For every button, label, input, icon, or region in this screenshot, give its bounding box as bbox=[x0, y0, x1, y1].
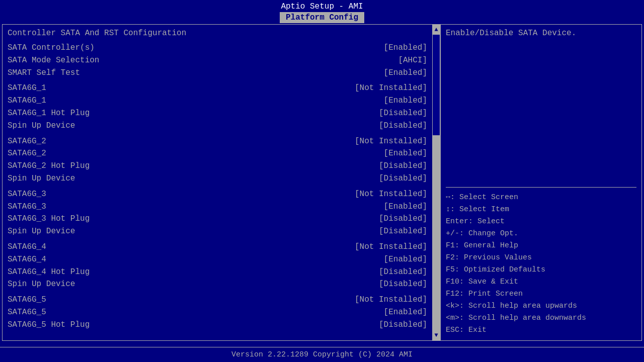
config-rows: SATA Controller(s)[Enabled]SATA Mode Sel… bbox=[8, 42, 427, 331]
table-row[interactable]: SATA6G_1[Not Installed] bbox=[8, 82, 427, 95]
table-row[interactable]: Spin Up Device[Disabled] bbox=[8, 278, 427, 291]
key-help-item: +/-: Change Opt. bbox=[446, 228, 636, 240]
key-help-item: Enter: Select bbox=[446, 216, 636, 228]
key-help-item: <k>: Scroll help area upwards bbox=[446, 300, 636, 312]
table-row[interactable]: SATA6G_3 Hot Plug[Disabled] bbox=[8, 213, 427, 225]
table-row[interactable]: SATA6G_2 Hot Plug[Disabled] bbox=[8, 160, 427, 172]
right-panel: Enable/Disable SATA Device. ↔: Select Sc… bbox=[440, 25, 641, 340]
table-row[interactable]: Spin Up Device[Disabled] bbox=[8, 172, 427, 185]
table-row[interactable]: SATA6G_5 Hot Plug[Disabled] bbox=[8, 319, 427, 331]
table-row[interactable]: SATA6G_5[Not Installed] bbox=[8, 294, 427, 306]
table-row[interactable]: SATA6G_1[Enabled] bbox=[8, 95, 427, 107]
key-help-item: F5: Optimized Defaults bbox=[446, 264, 636, 276]
table-row[interactable]: SATA Controller(s)[Enabled] bbox=[8, 42, 427, 54]
table-row[interactable]: SATA6G_3[Enabled] bbox=[8, 201, 427, 213]
scrollbar-up-arrow[interactable]: ▲ bbox=[432, 25, 440, 35]
table-row[interactable]: SATA6G_1 Hot Plug[Disabled] bbox=[8, 107, 427, 120]
key-help-item: ↔: Select Screen bbox=[446, 192, 636, 204]
table-row[interactable]: SATA6G_2[Not Installed] bbox=[8, 135, 427, 148]
tab-bar: Platform Config bbox=[0, 12, 644, 24]
table-row[interactable]: SATA6G_4 Hot Plug[Disabled] bbox=[8, 266, 427, 279]
key-help: ↔: Select Screen↕: Select ItemEnter: Sel… bbox=[446, 192, 636, 336]
key-help-item: ↕: Select Item bbox=[446, 204, 636, 216]
key-help-item: ESC: Exit bbox=[446, 324, 636, 336]
scrollbar[interactable]: ▲ ▼ bbox=[432, 25, 440, 340]
table-row[interactable]: SATA6G_4[Enabled] bbox=[8, 253, 427, 266]
table-row[interactable]: SATA6G_4[Not Installed] bbox=[8, 241, 427, 253]
left-panel: Controller SATA And RST Configuration SA… bbox=[3, 25, 432, 340]
key-help-item: F1: General Help bbox=[446, 240, 636, 252]
table-row[interactable]: Spin Up Device[Disabled] bbox=[8, 225, 427, 238]
table-row[interactable]: SATA6G_3[Not Installed] bbox=[8, 188, 427, 201]
key-help-item: F12: Print Screen bbox=[446, 288, 636, 300]
table-row[interactable]: SATA6G_5[Enabled] bbox=[8, 306, 427, 319]
section-title: Controller SATA And RST Configuration bbox=[8, 29, 427, 38]
main-content: Controller SATA And RST Configuration SA… bbox=[2, 24, 642, 341]
table-row[interactable]: Spin Up Device[Disabled] bbox=[8, 120, 427, 132]
table-row[interactable]: SMART Self Test[Enabled] bbox=[8, 67, 427, 79]
scrollbar-down-arrow[interactable]: ▼ bbox=[432, 330, 440, 340]
key-help-item: F10: Save & Exit bbox=[446, 276, 636, 288]
scrollbar-thumb[interactable] bbox=[433, 35, 440, 135]
table-row[interactable]: SATA Mode Selection[AHCI] bbox=[8, 54, 427, 67]
table-row[interactable]: SATA6G_2[Enabled] bbox=[8, 147, 427, 160]
app-title: Aptio Setup - AMI bbox=[0, 0, 644, 12]
key-help-item: <m>: Scroll help area downwards bbox=[446, 312, 636, 324]
help-text: Enable/Disable SATA Device. bbox=[446, 29, 636, 183]
platform-config-tab[interactable]: Platform Config bbox=[280, 12, 364, 23]
footer: Version 2.22.1289 Copyright (C) 2024 AMI bbox=[0, 347, 644, 362]
key-help-item: F2: Previous Values bbox=[446, 252, 636, 264]
divider bbox=[446, 187, 636, 188]
